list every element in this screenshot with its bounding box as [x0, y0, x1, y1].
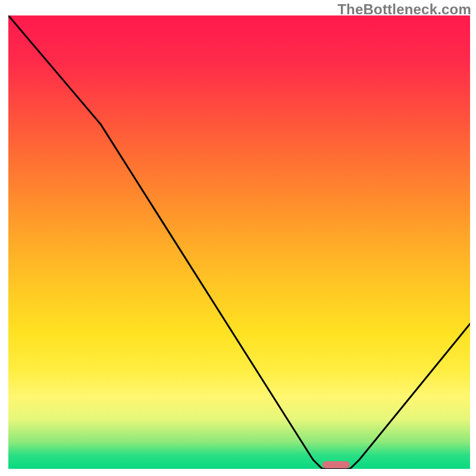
plot-area [8, 15, 470, 469]
curve-layer [8, 15, 470, 469]
floor-marker [322, 461, 350, 468]
bottleneck-chart: TheBottleneck.com [0, 0, 476, 476]
bottleneck-curve-path [8, 15, 470, 469]
